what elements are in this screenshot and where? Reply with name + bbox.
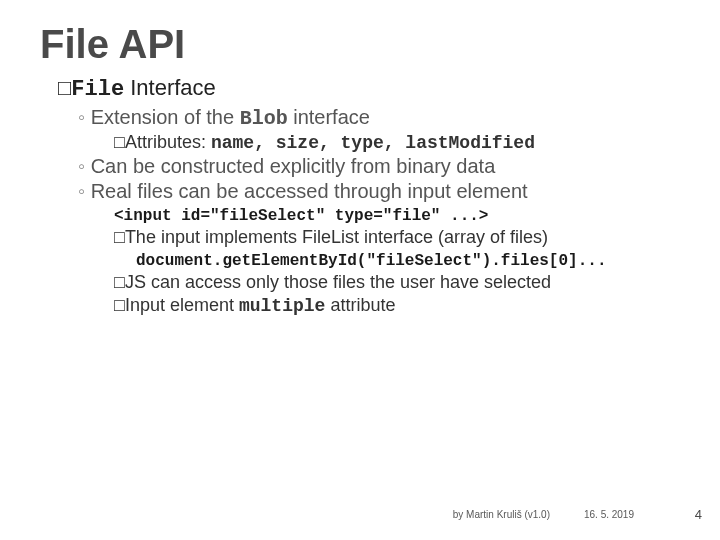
bullet-level3-multiple: □Input element multiple attribute — [114, 295, 680, 316]
l1-rest: Interface — [124, 75, 216, 100]
l3c-text: JS can access only those files the user … — [125, 272, 551, 292]
slide-title: File API — [40, 22, 680, 67]
l3d-pre: Input element — [125, 295, 239, 315]
l3d-post: attribute — [325, 295, 395, 315]
bullet-level1: □File Interface — [58, 75, 680, 102]
code-word-blob: Blob — [240, 107, 288, 130]
footer-date: 16. 5. 2019 — [584, 509, 634, 520]
bullet-level2-constructed: Can be constructed explicitly from binar… — [78, 155, 680, 178]
square-bullet-icon: □ — [58, 75, 71, 100]
square-bullet-icon: □ — [114, 227, 125, 247]
bullet-level3-filelist: □The input implements FileList interface… — [114, 227, 680, 248]
bullet-level2-realfiles: Real files can be accessed through input… — [78, 180, 680, 203]
footer-page-number: 4 — [695, 507, 702, 522]
code-input-element: <input id="fileSelect" type="file" ...> — [114, 207, 680, 225]
l3a-lead: Attributes: — [125, 132, 211, 152]
square-bullet-icon: □ — [114, 132, 125, 152]
attr-list: name, size, type, lastModified — [211, 133, 535, 153]
code-word-multiple: multiple — [239, 296, 325, 316]
slide: File API □File Interface Extension of th… — [0, 0, 720, 540]
l2a-pre: Extension of the — [91, 106, 240, 128]
bullet-level3-jsaccess: □JS can access only those files the user… — [114, 272, 680, 293]
code-getelementbyid: document.getElementById("fileSelect").fi… — [136, 252, 680, 270]
l3b-text: The input implements FileList interface … — [125, 227, 548, 247]
square-bullet-icon: □ — [114, 272, 125, 292]
bullet-level2-extension: Extension of the Blob interface — [78, 106, 680, 130]
bullet-level3-attributes: □Attributes: name, size, type, lastModif… — [114, 132, 680, 153]
footer-author: by Martin Kruliš (v1.0) — [453, 509, 550, 520]
l2a-post: interface — [288, 106, 370, 128]
square-bullet-icon: □ — [114, 295, 125, 315]
code-word-file: File — [71, 77, 124, 102]
